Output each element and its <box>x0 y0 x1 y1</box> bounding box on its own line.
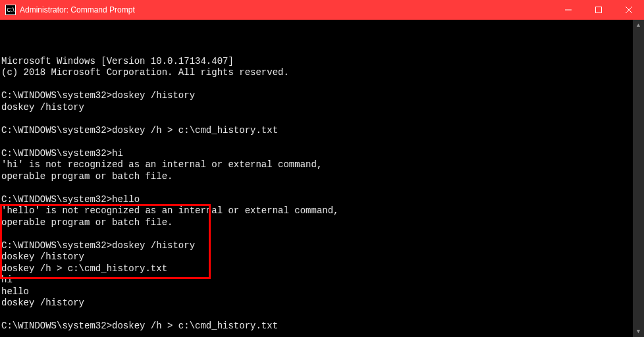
terminal-line: 'hello' is not recognized as an internal… <box>1 205 633 217</box>
terminal-line: C:\WINDOWS\system32>hello <box>1 194 633 206</box>
maximize-button[interactable] <box>583 0 614 20</box>
terminal-line <box>1 332 633 338</box>
terminal-line: (c) 2018 Microsoft Corporation. All righ… <box>1 67 633 79</box>
scroll-down-arrow[interactable]: ▼ <box>633 326 644 337</box>
minimize-button[interactable] <box>553 0 583 20</box>
terminal-line: hi <box>1 274 633 286</box>
scroll-track[interactable] <box>633 31 644 326</box>
terminal-container: Microsoft Windows [Version 10.0.17134.40… <box>0 20 644 337</box>
terminal-output[interactable]: Microsoft Windows [Version 10.0.17134.40… <box>0 20 633 337</box>
terminal-line <box>1 136 633 148</box>
terminal-line <box>1 79 633 91</box>
close-button[interactable] <box>614 0 644 20</box>
scroll-up-arrow[interactable]: ▲ <box>633 20 644 31</box>
terminal-line <box>1 309 633 321</box>
terminal-line: hello <box>1 286 633 298</box>
terminal-line: doskey /history <box>1 251 633 263</box>
window-titlebar: C:\ Administrator: Command Prompt <box>0 0 644 20</box>
svg-rect-1 <box>596 7 602 13</box>
terminal-line: doskey /history <box>1 102 633 114</box>
terminal-line: Microsoft Windows [Version 10.0.17134.40… <box>1 56 633 68</box>
terminal-line: C:\WINDOWS\system32>doskey /history <box>1 240 633 252</box>
terminal-line <box>1 228 633 240</box>
terminal-line: operable program or batch file. <box>1 217 633 229</box>
terminal-line: C:\WINDOWS\system32>doskey /history <box>1 90 633 102</box>
window-controls <box>553 0 644 20</box>
terminal-line: C:\WINDOWS\system32>doskey /h > c:\cmd_h… <box>1 125 633 137</box>
terminal-line: doskey /h > c:\cmd_history.txt <box>1 263 633 275</box>
window-title: Administrator: Command Prompt <box>20 5 553 14</box>
terminal-line: C:\WINDOWS\system32>hi <box>1 148 633 160</box>
terminal-line: C:\WINDOWS\system32>doskey /h > c:\cmd_h… <box>1 321 633 332</box>
app-icon: C:\ <box>5 5 16 15</box>
vertical-scrollbar[interactable]: ▲ ▼ <box>633 20 644 337</box>
terminal-line: 'hi' is not recognized as an internal or… <box>1 159 633 171</box>
terminal-line: operable program or batch file. <box>1 171 633 183</box>
terminal-line <box>1 113 633 125</box>
terminal-line: doskey /history <box>1 298 633 309</box>
terminal-line <box>1 182 633 194</box>
